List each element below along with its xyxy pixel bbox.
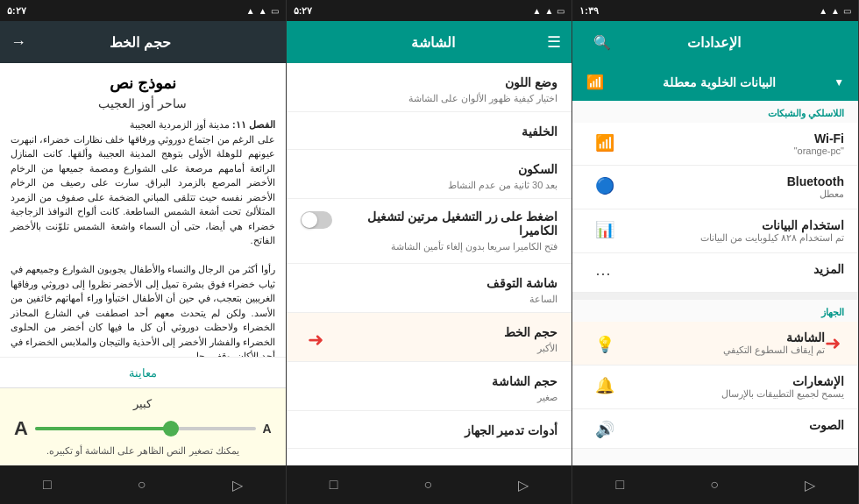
camera-toggle-switch[interactable] — [301, 211, 332, 229]
more-icon: ⋯ — [595, 264, 611, 283]
bottom-nav-2: □ ○ ▷ — [287, 465, 572, 504]
font-slider-track[interactable] — [35, 427, 256, 430]
display-size-section[interactable]: حجم الشاشة صغير — [287, 362, 572, 411]
font-size-content: نموذج نص ساحر أوز العجيب الفصل ١١: مدينة… — [0, 63, 286, 465]
notifications-item-text: الإشعارات يسمح لجميع التطبيقات بالإرسال — [614, 374, 844, 400]
sleep-sub: بعد 30 ثانية من عدم النشاط — [301, 180, 558, 191]
battery-icon-3: ▭ — [843, 6, 851, 16]
bottom-nav-1: □ ○ ▷ — [0, 465, 286, 504]
data-usage-setting-item[interactable]: استخدام البيانات تم استخدام ٨٢٨ كيلوبايت… — [572, 209, 858, 253]
preview-subtitle: ساحر أوز العجيب — [11, 96, 275, 110]
cellular-data-section[interactable]: ▼ البيانات الخلوية معطلة 📶 — [572, 63, 858, 101]
nav-title-3: الإعدادات — [687, 34, 741, 51]
a-small-label: A — [263, 422, 272, 436]
section-separator — [572, 293, 858, 300]
wifi-item-title: Wi-Fi — [614, 131, 844, 146]
preview-link-row: معاينة — [0, 357, 286, 387]
status-left-2: ۵:۲۷ — [294, 5, 313, 17]
sleep-section[interactable]: السكون بعد 30 ثانية من عدم النشاط — [287, 150, 572, 199]
nav-header-2: الشاشة ☰ — [287, 21, 572, 63]
preview-body: الفصل ١١: مدينة أوز الزمردية العجيبة على… — [11, 117, 275, 357]
signal-icon-3: ▲ — [819, 6, 827, 16]
color-mode-sub: اختيار كيفية ظهور الألوان على الشاشة — [301, 93, 558, 104]
camera-toggle-text: اضغط على زر التشغيل مرتين لتشغيل الكامير… — [332, 209, 558, 252]
home-nav-btn-1[interactable]: ○ — [120, 470, 164, 500]
preview-link[interactable]: معاينة — [129, 366, 157, 380]
wifi-icon-1: ▲ — [259, 6, 267, 16]
bluetooth-item-text: Bluetooth معطل — [614, 174, 844, 200]
slider-thumb[interactable] — [163, 421, 179, 437]
more-setting-item[interactable]: المزيد ⋯ — [572, 253, 858, 293]
data-usage-item-title: استخدام البيانات — [614, 218, 844, 232]
bluetooth-icon: 🔵 — [595, 176, 614, 195]
preview-title: نموذج نص — [11, 74, 275, 93]
device-daydream-section[interactable]: أدوات تدمير الجهاز — [287, 411, 572, 449]
bottom-nav-3: □ ○ ▷ — [572, 465, 858, 504]
status-left-3: ۱:۳۹ — [579, 5, 599, 17]
wifi-setting-item[interactable]: Wi-Fi "orange-pc" 📶 — [572, 123, 858, 166]
font-size-section[interactable]: حجم الخط الأكبر ➜ — [287, 313, 572, 362]
panel-main-settings: ۱:۳۹ ▲ ▲ ▭ 🔍 الإعدادات ▼ البيانات الخلوي… — [572, 0, 859, 504]
text-preview-area: نموذج نص ساحر أوز العجيب الفصل ١١: مدينة… — [0, 63, 286, 357]
display-item-title: الشاشة — [614, 330, 825, 344]
screensaver-section[interactable]: شاشة التوقف الساعة — [287, 264, 572, 313]
font-size-title: حجم الخط — [323, 325, 558, 339]
cellular-data-title: البيانات الخلوية معطلة — [663, 75, 776, 89]
sound-item-title: الصوت — [614, 418, 844, 432]
notifications-item-sub: يسمح لجميع التطبيقات بالإرسال — [614, 388, 844, 400]
wifi-icon: 📶 — [595, 133, 614, 153]
wifi-item-sub: "orange-pc" — [614, 146, 844, 156]
status-bar-3: ۱:۳۹ ▲ ▲ ▭ — [572, 0, 858, 21]
home-nav-btn-2[interactable]: ○ — [407, 470, 451, 500]
wifi-item-text: Wi-Fi "orange-pc" — [614, 131, 844, 156]
more-item-title: المزيد — [611, 262, 844, 276]
camera-toggle-section[interactable]: اضغط على زر التشغيل مرتين لتشغيل الكامير… — [287, 199, 572, 264]
recents-nav-btn-3[interactable]: ▷ — [787, 470, 833, 500]
background-section[interactable]: الخلفية — [287, 112, 572, 150]
toggle-thumb — [302, 212, 317, 228]
status-right-2: ▲ ▲ ▭ — [533, 6, 565, 16]
display-item-text: الشاشة تم إيقاف السطوع التكيفي — [614, 330, 825, 356]
device-section-header: الجهاز — [572, 300, 858, 322]
nav-header-3: 🔍 الإعدادات — [572, 21, 858, 63]
wifi-icon-2: ▲ — [544, 6, 553, 16]
camera-toggle-title: اضغط على زر التشغيل مرتين لتشغيل الكامير… — [332, 209, 558, 238]
bluetooth-item-title: Bluetooth — [614, 174, 844, 188]
sound-item-text: الصوت — [614, 418, 844, 432]
back-nav-btn-3[interactable]: □ — [598, 470, 642, 500]
battery-icon-1: ▭ — [271, 6, 279, 16]
more-item-text: المزيد — [611, 262, 844, 276]
recents-nav-btn-2[interactable]: ▷ — [500, 470, 546, 500]
notifications-setting-item[interactable]: الإشعارات يسمح لجميع التطبيقات بالإرسال … — [572, 366, 858, 409]
nav-header-1: → حجم الخط — [0, 21, 286, 63]
back-button-1[interactable]: → — [11, 33, 26, 52]
sound-icon: 🔊 — [595, 420, 614, 439]
sound-setting-item[interactable]: الصوت 🔊 — [572, 409, 858, 449]
back-nav-btn-1[interactable]: □ — [25, 470, 69, 500]
settings-content: ▼ البيانات الخلوية معطلة 📶 اللاسلكي والش… — [572, 63, 858, 465]
bluetooth-setting-item[interactable]: Bluetooth معطل 🔵 — [572, 166, 858, 209]
cellular-signal-icon: 📶 — [586, 74, 604, 90]
battery-icon-2: ▭ — [557, 6, 564, 16]
data-usage-icon: 📊 — [595, 220, 614, 239]
status-bar-1: ۵:۲۷ ▲ ▲ ▭ — [0, 0, 286, 21]
size-label: كبير — [14, 397, 272, 410]
color-mode-section[interactable]: وضع اللون اختيار كيفية ظهور الألوان على … — [287, 63, 572, 112]
home-nav-btn-3[interactable]: ○ — [692, 470, 736, 500]
notifications-icon: 🔔 — [595, 376, 614, 395]
search-icon-3[interactable]: 🔍 — [593, 34, 611, 51]
bluetooth-item-sub: معطل — [614, 188, 844, 200]
display-arrow: ➜ — [825, 332, 841, 355]
recents-nav-btn-1[interactable]: ▷ — [215, 470, 260, 500]
display-setting-item[interactable]: ➜ الشاشة تم إيقاف السطوع التكيفي 💡 — [572, 322, 858, 366]
font-size-sub: الأكبر — [323, 343, 558, 354]
display-size-sub: صغير — [301, 392, 558, 403]
sleep-title: السكون — [301, 162, 558, 176]
status-right-1: ▲ ▲ ▭ — [246, 6, 279, 16]
menu-icon-2[interactable]: ☰ — [547, 32, 561, 52]
notifications-item-title: الإشعارات — [614, 374, 844, 388]
wireless-section-header: اللاسلكي والشبكات — [572, 101, 858, 123]
back-nav-btn-2[interactable]: □ — [312, 470, 356, 500]
slider-hint: يمكنك تصغير النص الظاهر على الشاشة أو تك… — [14, 445, 272, 457]
display-size-title: حجم الشاشة — [301, 374, 558, 388]
